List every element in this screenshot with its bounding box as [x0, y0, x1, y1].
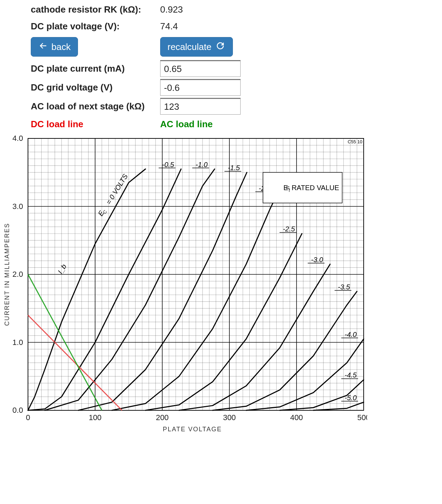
svg-text:CURRENT IN MILLIAMPERES: CURRENT IN MILLIAMPERES [3, 223, 10, 326]
ac-load-line-legend: AC load line [160, 119, 213, 130]
back-button-label: back [51, 42, 71, 52]
arrow-left-icon [38, 41, 48, 53]
recalculate-button[interactable]: recalculate [160, 37, 233, 57]
refresh-icon [215, 41, 226, 53]
ac-load-label: AC load of next stage (kΩ) [31, 98, 160, 115]
dc-plate-voltage-value: 74.4 [160, 21, 178, 32]
svg-text:-0.5: -0.5 [162, 161, 174, 168]
svg-text:100: 100 [89, 413, 102, 422]
svg-text:-3.0: -3.0 [311, 256, 323, 264]
dc-grid-voltage-input[interactable] [160, 79, 241, 96]
svg-text:C55 10: C55 10 [348, 139, 362, 144]
svg-text:-2.5: -2.5 [283, 225, 295, 233]
dc-plate-current-input[interactable] [160, 60, 241, 77]
dc-load-line-legend: DC load line [31, 119, 160, 130]
svg-text:1.0: 1.0 [12, 338, 23, 347]
svg-text:4.0: 4.0 [12, 134, 23, 143]
cathode-resistor-value: 0.923 [160, 4, 183, 15]
svg-text:-1.0: -1.0 [195, 161, 207, 168]
svg-text:I_b: I_b [56, 263, 68, 275]
svg-text:400: 400 [290, 413, 303, 422]
dc-grid-voltage-label: DC grid voltage (V) [31, 79, 160, 96]
dc-plate-voltage-label: DC plate voltage (V): [31, 21, 160, 32]
svg-text:0.0: 0.0 [12, 406, 23, 415]
cathode-resistor-label: cathode resistor RK (kΩ): [31, 4, 160, 15]
dc-plate-current-label: DC plate current (mA) [31, 60, 160, 77]
svg-text:0: 0 [26, 413, 30, 422]
svg-text:-1.5: -1.5 [228, 164, 240, 172]
svg-text:= RATED VALUE: = RATED VALUE [286, 184, 339, 192]
svg-text:-3.5: -3.5 [338, 283, 350, 291]
svg-text:500: 500 [357, 413, 367, 422]
svg-text:2.0: 2.0 [12, 270, 23, 279]
svg-text:-4.5: -4.5 [345, 371, 357, 379]
svg-text:300: 300 [223, 413, 236, 422]
svg-text:3.0: 3.0 [12, 202, 23, 211]
svg-text:-5.0: -5.0 [345, 394, 357, 402]
plate-characteristics-chart: 01002003004005000.01.02.03.04.0CURRENT I… [3, 134, 367, 445]
svg-text:-4.0: -4.0 [345, 331, 357, 338]
recalculate-button-label: recalculate [167, 42, 212, 52]
svg-text:200: 200 [156, 413, 169, 422]
chart-x-label: PLATE VOLTAGE [17, 426, 367, 433]
back-button[interactable]: back [31, 37, 78, 57]
ac-load-input[interactable] [160, 98, 241, 115]
